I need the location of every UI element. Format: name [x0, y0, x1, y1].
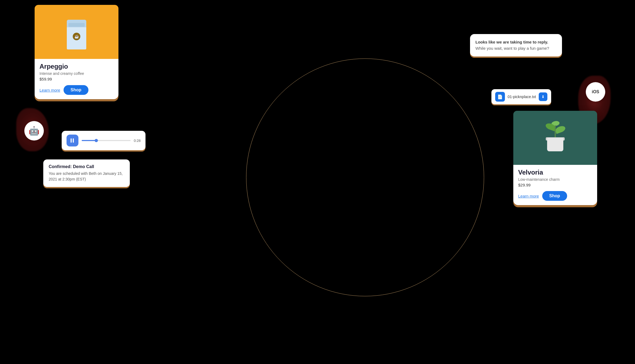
- chat-bubble-normal: While you wait, want to play a fun game?: [475, 46, 549, 51]
- velvoria-shop-button[interactable]: Shop: [542, 191, 567, 201]
- arpeggio-card: ☕ Arpeggio Intense and creamy coffee $59…: [35, 5, 118, 99]
- audio-player: 0:28: [62, 131, 145, 150]
- android-icon: 🤖: [29, 126, 39, 136]
- chat-bubble: Looks like we are taking time to reply. …: [470, 34, 562, 56]
- scene: 🤖 iOS ☕ Arpeggio Intense and creamy coff…: [0, 0, 635, 364]
- coffee-bag-fold: [68, 23, 85, 27]
- arpeggio-product-name: Arpeggio: [39, 63, 114, 70]
- velvoria-card-body: Velvoria Low-maintenance charm $29.99 Le…: [513, 165, 597, 205]
- orbit-circle: [246, 58, 484, 296]
- audio-progress-track[interactable]: [82, 140, 131, 141]
- plant-stem: [555, 125, 556, 139]
- progress-dot: [95, 139, 98, 142]
- arpeggio-learn-more-button[interactable]: Learn more: [39, 88, 60, 92]
- pause-bar-1: [71, 138, 72, 143]
- demo-call-body: You are scheduled with Beth on January 1…: [49, 171, 124, 182]
- coffee-bag-illustration: ☕: [64, 14, 89, 49]
- pause-bar-2: [73, 138, 74, 143]
- velvoria-card-actions: Learn more Shop: [518, 191, 592, 201]
- file-download-button[interactable]: ⬇: [539, 92, 547, 101]
- ios-label: iOS: [592, 89, 599, 94]
- download-icon: ⬇: [541, 95, 545, 99]
- velvoria-product-name: Velvoria: [518, 169, 592, 176]
- progress-bar-track: [82, 140, 131, 141]
- arpeggio-product-desc: Intense and creamy coffee: [39, 71, 114, 76]
- coffee-bean-icon: ☕: [73, 33, 80, 40]
- file-icon-wrapper: 📄: [495, 92, 505, 102]
- arpeggio-product-price: $59.99: [39, 77, 114, 81]
- pause-button[interactable]: [67, 135, 78, 146]
- velvoria-product-price: $29.99: [518, 183, 592, 187]
- plant-leaf-1: [554, 125, 566, 134]
- velvoria-learn-more-button[interactable]: Learn more: [518, 194, 539, 198]
- chat-bubble-text: Looks like we are taking time to reply. …: [475, 39, 557, 52]
- velvoria-card: Velvoria Low-maintenance charm $29.99 Le…: [513, 111, 597, 205]
- chat-bubble-bold: Looks like we are taking time to reply.: [475, 40, 548, 44]
- file-type-icon: 📄: [497, 94, 503, 99]
- velvoria-product-desc: Low-maintenance charm: [518, 177, 592, 182]
- progress-bar-fill: [82, 140, 96, 141]
- arpeggio-shop-button[interactable]: Shop: [64, 85, 88, 95]
- arpeggio-card-image: ☕: [35, 5, 118, 59]
- demo-call-title: Confirmed: Demo Call: [49, 164, 124, 169]
- file-attachment: 📄 01-picknplace.txt ⬇: [491, 89, 551, 104]
- audio-timestamp: 0:28: [134, 139, 141, 143]
- arpeggio-card-actions: Learn more Shop: [39, 85, 114, 95]
- arpeggio-card-body: Arpeggio Intense and creamy coffee $59.9…: [35, 59, 118, 99]
- ios-badge: iOS: [586, 82, 605, 102]
- pot-body: [547, 138, 563, 151]
- pause-icon: [71, 138, 74, 143]
- demo-call-card: Confirmed: Demo Call You are scheduled w…: [43, 159, 130, 187]
- velvoria-card-image: [513, 111, 597, 165]
- plant-illustration: [542, 122, 569, 154]
- android-badge: 🤖: [24, 121, 44, 141]
- file-name-label: 01-picknplace.txt: [508, 95, 536, 99]
